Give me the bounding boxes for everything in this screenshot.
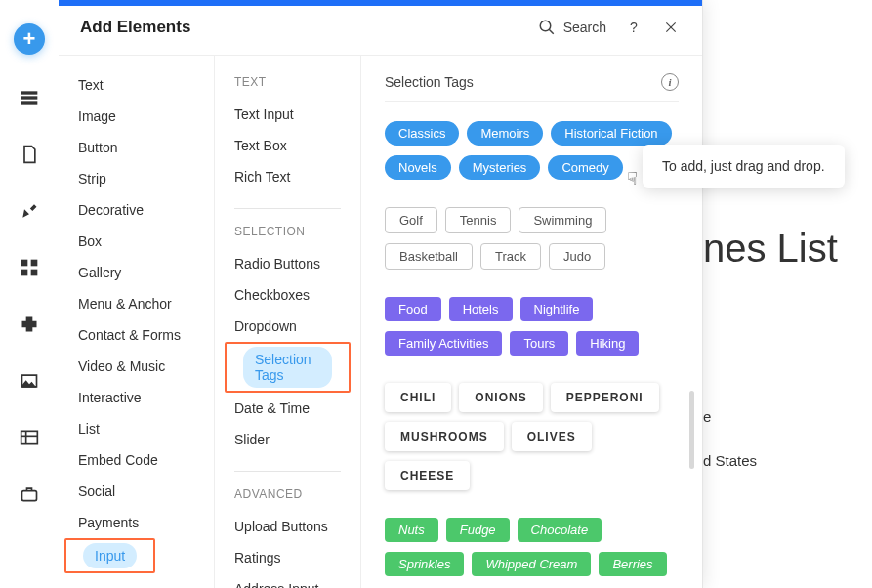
panel-header: Add Elements Search ?	[59, 6, 702, 55]
divider	[234, 471, 341, 472]
svg-rect-1	[21, 96, 38, 99]
opt-checkboxes[interactable]: Checkboxes	[215, 279, 360, 311]
business-icon[interactable]	[16, 481, 43, 508]
close-icon	[664, 21, 678, 34]
tag-preset-green[interactable]: Nuts Fudge Chocolate Sprinkles Whipped C…	[385, 518, 679, 576]
tag-item[interactable]: Historical Fiction	[551, 121, 671, 146]
tag-item[interactable]: Mysteries	[459, 155, 541, 180]
tag-item[interactable]: ONIONS	[459, 383, 542, 412]
category-decorative[interactable]: Decorative	[59, 194, 214, 226]
tag-item[interactable]: Golf	[385, 207, 437, 233]
tag-item[interactable]: Food	[385, 297, 441, 321]
tag-item[interactable]: OLIVES	[512, 422, 592, 451]
category-input[interactable]: Input	[83, 543, 137, 568]
close-button[interactable]	[661, 18, 681, 37]
tag-item[interactable]: Comedy	[548, 155, 622, 180]
tag-item[interactable]: Nuts	[385, 518, 438, 542]
add-elements-button[interactable]: +	[14, 23, 45, 55]
category-strip[interactable]: Strip	[59, 163, 214, 194]
tag-item[interactable]: CHILI	[385, 383, 451, 412]
svg-rect-7	[21, 431, 38, 443]
opt-date-time[interactable]: Date & Time	[215, 393, 360, 424]
background-page-content: nes List e d States	[703, 0, 872, 588]
subcategory-column[interactable]: TEXT Text Input Text Box Rich Text SELEC…	[215, 56, 361, 588]
group-label-advanced: ADVANCED	[215, 487, 360, 511]
tag-item[interactable]: Classics	[385, 121, 459, 146]
category-video-music[interactable]: Video & Music	[59, 351, 214, 382]
tag-item[interactable]: Whipped Cream	[472, 552, 591, 576]
category-list[interactable]: List	[59, 413, 214, 444]
bg-line1: e	[703, 389, 872, 433]
category-social[interactable]: Social	[59, 476, 214, 507]
opt-ratings[interactable]: Ratings	[215, 542, 360, 573]
tag-item[interactable]: Judo	[549, 243, 605, 270]
tag-item[interactable]: Sprinkles	[385, 552, 464, 576]
tag-item[interactable]: Tours	[510, 331, 568, 356]
opt-upload-buttons[interactable]: Upload Buttons	[215, 511, 360, 542]
bg-line2: d States	[703, 433, 872, 477]
tag-item[interactable]: Basketball	[385, 243, 473, 270]
opt-text-box[interactable]: Text Box	[215, 130, 360, 161]
tag-item[interactable]: Swimming	[519, 207, 606, 233]
tag-item[interactable]: Berries	[599, 552, 666, 576]
category-column[interactable]: Text Image Button Strip Decorative Box G…	[59, 56, 215, 588]
category-embed-code[interactable]: Embed Code	[59, 444, 214, 476]
tag-preset-purple[interactable]: Food Hotels Nightlife Family Activities …	[385, 297, 679, 356]
tag-item[interactable]: Fudge	[446, 518, 510, 542]
tag-item[interactable]: MUSHROOMS	[385, 422, 504, 451]
opt-slider[interactable]: Slider	[215, 424, 360, 455]
preview-scrollbar[interactable]	[689, 391, 694, 469]
highlight-annotation-selection-tags: Selection Tags	[225, 342, 351, 393]
opt-selection-tags[interactable]: Selection Tags	[243, 347, 332, 388]
tag-item[interactable]: Track	[480, 243, 541, 270]
puzzle-icon[interactable]	[16, 311, 43, 338]
svg-point-11	[540, 21, 551, 31]
apps-icon[interactable]	[16, 254, 43, 281]
tag-item[interactable]: Novels	[385, 155, 451, 180]
category-payments[interactable]: Payments	[59, 507, 214, 538]
category-box[interactable]: Box	[59, 226, 214, 257]
svg-rect-2	[21, 101, 38, 104]
opt-text-input[interactable]: Text Input	[215, 99, 360, 130]
tag-item[interactable]: PEPPERONI	[551, 383, 659, 412]
svg-rect-3	[21, 260, 28, 267]
opt-radio-buttons[interactable]: Radio Buttons	[215, 248, 360, 279]
opt-address-input[interactable]: Address Input	[215, 573, 360, 588]
tag-preset-outline[interactable]: Golf Tennis Swimming Basketball Track Ju…	[385, 207, 679, 270]
tag-item[interactable]: Chocolate	[518, 518, 602, 542]
opt-dropdown[interactable]: Dropdown	[215, 311, 360, 342]
category-contact-forms[interactable]: Contact & Forms	[59, 319, 214, 351]
category-button[interactable]: Button	[59, 132, 214, 163]
help-button[interactable]: ?	[624, 18, 644, 37]
tag-item[interactable]: Hotels	[449, 297, 513, 321]
group-label-selection: SELECTION	[215, 225, 360, 248]
search-button[interactable]: Search	[538, 19, 606, 36]
category-text[interactable]: Text	[59, 69, 214, 101]
media-icon[interactable]	[16, 367, 43, 395]
design-icon[interactable]	[16, 197, 43, 225]
tag-item[interactable]: Tennis	[445, 207, 512, 233]
svg-rect-5	[21, 270, 28, 276]
divider	[234, 208, 341, 209]
tag-item[interactable]: Hiking	[576, 331, 639, 356]
preview-column[interactable]: Selection Tags i Classics Memoirs Histor…	[361, 56, 702, 588]
search-icon	[538, 19, 556, 36]
search-label: Search	[563, 20, 606, 35]
category-image[interactable]: Image	[59, 101, 214, 132]
tag-preset-blue[interactable]: Classics Memoirs Historical Fiction Nove…	[385, 121, 679, 180]
drag-drop-tooltip: To add, just drag and drop.	[643, 145, 845, 188]
info-icon[interactable]: i	[661, 73, 679, 91]
category-menu-anchor[interactable]: Menu & Anchor	[59, 288, 214, 319]
file-icon[interactable]	[16, 141, 43, 168]
tag-item[interactable]: CHEESE	[385, 461, 470, 490]
category-interactive[interactable]: Interactive	[59, 382, 214, 413]
table-icon[interactable]	[16, 424, 43, 451]
opt-rich-text[interactable]: Rich Text	[215, 161, 360, 192]
group-label-text: TEXT	[215, 75, 360, 99]
category-gallery[interactable]: Gallery	[59, 257, 214, 288]
tag-preset-white[interactable]: CHILI ONIONS PEPPERONI MUSHROOMS OLIVES …	[385, 383, 679, 490]
tag-item[interactable]: Memoirs	[467, 121, 543, 146]
pages-icon[interactable]	[16, 84, 43, 111]
tag-item[interactable]: Family Activities	[385, 331, 502, 356]
tag-item[interactable]: Nightlife	[520, 297, 594, 321]
